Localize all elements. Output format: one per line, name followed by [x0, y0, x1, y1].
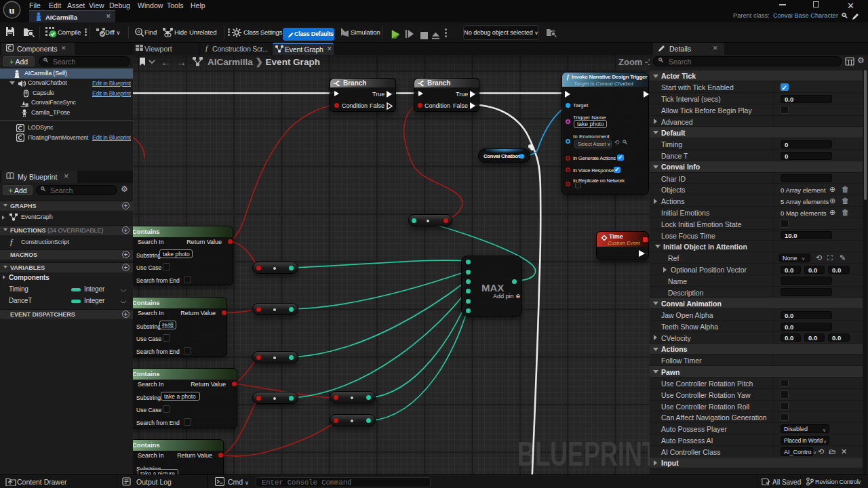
svg-text:u: u — [9, 5, 14, 16]
